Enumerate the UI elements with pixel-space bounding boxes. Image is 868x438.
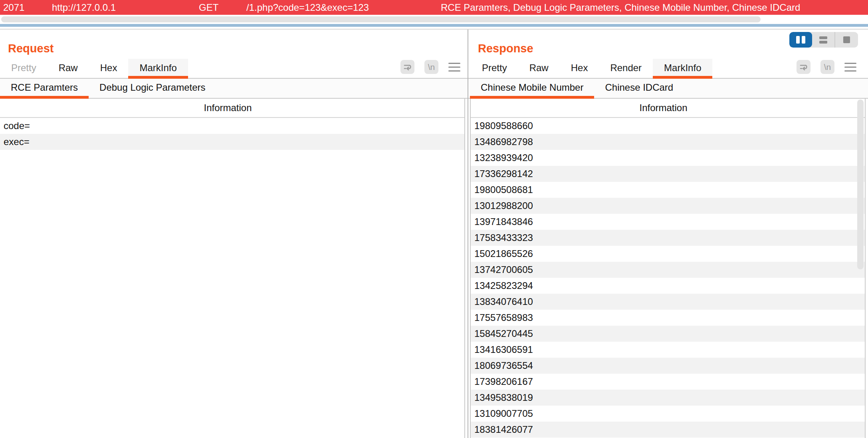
information-column-header[interactable]: Information [471,99,865,118]
request-host: http://127.0.0.1 [52,2,116,13]
focus-separator-line [0,24,868,27]
response-markinfo-table: Information 1980958866013486982798132389… [470,99,866,438]
single-view-layout-button[interactable] [835,32,858,48]
tab-markinfo[interactable]: MarkInfo [128,59,188,78]
tab-pretty[interactable]: Pretty [471,59,518,78]
table-row[interactable]: 13495838019 [471,390,865,406]
stacked-rows-layout-button[interactable] [812,32,835,48]
split-columns-layout-button[interactable] [789,32,812,48]
response-editor-toolbar: \n [797,60,856,74]
table-row[interactable]: 18069736554 [471,358,865,374]
soft-wrap-icon[interactable] [797,60,811,74]
response-panel: Response PrettyRawHexRenderMarkInfo \n C… [468,30,868,438]
tab-raw[interactable]: Raw [48,59,89,78]
tab-raw[interactable]: Raw [518,59,560,78]
newline-toggle-icon[interactable]: \n [424,60,438,74]
request-panel-title: Request [8,42,54,55]
tab-markinfo[interactable]: MarkInfo [653,59,712,78]
table-row[interactable]: 19800508681 [471,182,865,198]
subtab-chinese-idcard[interactable]: Chinese IDCard [594,79,684,98]
layout-switcher [789,32,858,48]
table-row[interactable]: 13486982798 [471,134,865,150]
request-editor-toolbar: \n [400,60,460,74]
tab-hex[interactable]: Hex [560,59,599,78]
columns-layout-icon [796,36,800,44]
tab-pretty[interactable]: Pretty [0,59,48,78]
table-row[interactable]: 13416306591 [471,342,865,358]
vertical-scrollbar-thumb[interactable] [857,100,864,269]
information-column-header[interactable]: Information [0,99,464,118]
newline-toggle-icon[interactable]: \n [820,60,834,74]
soft-wrap-icon[interactable] [400,60,414,74]
tab-hex[interactable]: Hex [89,59,129,78]
response-markinfo-rows: 1980958866013486982798132389394201733629… [471,118,865,438]
table-row[interactable]: 18381426077 [471,422,865,438]
table-row[interactable]: 13238939420 [471,150,865,166]
request-editor-tabs: PrettyRawHexMarkInfo [0,59,468,79]
message-editor-panels: Request PrettyRawHexMarkInfo \n RCE Para… [0,29,868,438]
table-row[interactable]: 17398206167 [471,374,865,390]
request-method: GET [199,2,218,13]
table-row[interactable]: 13012988200 [471,198,865,214]
request-panel: Request PrettyRawHexMarkInfo \n RCE Para… [0,30,468,438]
table-row[interactable]: 13109007705 [471,406,865,422]
http-history-selected-row[interactable]: 2071 http://127.0.0.1 GET /1.php?code=12… [0,0,868,15]
table-row[interactable]: 19809588660 [471,118,865,134]
single-layout-icon [843,36,850,43]
table-row[interactable]: 13742700605 [471,262,865,278]
table-row[interactable]: exec= [0,134,464,150]
response-markinfo-subtabs: Chinese Mobile NumberChinese IDCard [468,79,868,99]
rows-layout-icon [819,36,827,44]
table-row[interactable]: code= [0,118,464,134]
request-markinfo-rows: code=exec= [0,118,464,150]
horizontal-scrollbar-track[interactable] [0,15,868,24]
columns-layout-icon [802,36,805,44]
response-panel-title: Response [478,42,533,55]
table-row[interactable]: 17336298142 [471,166,865,182]
subtab-chinese-mobile-number[interactable]: Chinese Mobile Number [470,79,594,98]
request-tags: RCE Paramters, Debug Logic Parameters, C… [441,2,800,13]
vertical-scrollbar-track[interactable] [856,99,865,438]
table-row[interactable]: 13834076410 [471,294,865,310]
request-markinfo-table: Information code=exec= [0,99,465,438]
hamburger-menu-icon[interactable] [448,60,460,74]
subtab-rce-paramters[interactable]: RCE Paramters [0,79,89,98]
table-row[interactable]: 15845270445 [471,326,865,342]
request-markinfo-subtabs: RCE ParamtersDebug Logic Parameters [0,79,468,99]
table-row[interactable]: 17583433323 [471,230,865,246]
hamburger-menu-icon[interactable] [844,60,856,74]
table-row[interactable]: 13971843846 [471,214,865,230]
table-row[interactable]: 17557658983 [471,310,865,326]
tab-render[interactable]: Render [599,59,653,78]
request-id: 2071 [3,2,24,13]
table-row[interactable]: 15021865526 [471,246,865,262]
table-row[interactable]: 13425823294 [471,278,865,294]
request-path: /1.php?code=123&exec=123 [246,2,369,13]
horizontal-scrollbar-thumb[interactable] [1,16,761,22]
subtab-debug-logic-parameters[interactable]: Debug Logic Parameters [89,79,216,98]
